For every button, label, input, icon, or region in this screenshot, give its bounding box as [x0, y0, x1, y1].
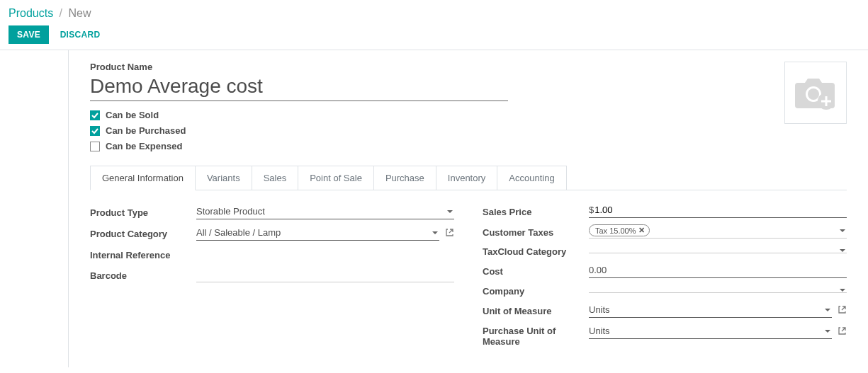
taxcloud-category-select[interactable]	[589, 249, 847, 253]
can-be-expensed-label: Can be Expensed	[106, 141, 182, 151]
form-sheet: Product Name Can be Sold Can be Purchase…	[69, 50, 868, 367]
can-be-purchased-label: Can be Purchased	[106, 125, 186, 136]
left-gutter	[0, 50, 69, 367]
tab-accounting[interactable]: Accounting	[497, 166, 566, 190]
breadcrumb-current: New	[69, 7, 91, 19]
product-category-select[interactable]: All / Saleable / Lamp	[196, 226, 439, 241]
product-category-label: Product Category	[90, 227, 196, 239]
chevron-down-icon	[825, 330, 830, 333]
breadcrumb-separator: /	[60, 7, 62, 19]
chevron-down-icon	[825, 309, 830, 311]
product-image-upload[interactable]	[784, 62, 847, 124]
purchase-uom-select[interactable]: Units	[589, 324, 832, 339]
chevron-down-icon	[840, 249, 845, 252]
tab-inventory[interactable]: Inventory	[436, 166, 497, 190]
tab-general-information[interactable]: General Information	[90, 166, 196, 190]
tab-bar: General Information Variants Sales Point…	[90, 166, 847, 190]
unit-of-measure-select[interactable]: Units	[589, 303, 832, 318]
action-bar: SAVE DISCARD	[9, 25, 859, 50]
remove-tag-icon[interactable]: ✕	[638, 226, 645, 235]
tab-point-of-sale[interactable]: Point of Sale	[298, 166, 374, 190]
chevron-down-icon	[432, 231, 438, 234]
product-type-label: Product Type	[90, 206, 196, 218]
chevron-down-icon	[840, 289, 845, 292]
external-link-icon[interactable]	[838, 326, 847, 338]
can-be-expensed-checkbox[interactable]	[90, 142, 100, 151]
can-be-sold-checkbox[interactable]	[90, 110, 100, 120]
cost-label: Cost	[483, 265, 589, 277]
chevron-down-icon	[840, 229, 845, 232]
barcode-input[interactable]	[196, 268, 454, 282]
chevron-down-icon	[447, 210, 453, 213]
tab-variants[interactable]: Variants	[196, 166, 252, 190]
svg-point-1	[808, 88, 819, 100]
barcode-label: Barcode	[90, 269, 196, 281]
can-be-sold-label: Can be Sold	[106, 110, 159, 120]
company-label: Company	[483, 285, 589, 297]
cost-input[interactable]	[589, 263, 847, 278]
external-link-icon[interactable]	[445, 228, 454, 239]
unit-of-measure-label: Unit of Measure	[483, 304, 589, 316]
external-link-icon[interactable]	[838, 305, 847, 316]
company-select[interactable]	[589, 289, 847, 293]
breadcrumb-root-link[interactable]: Products	[9, 7, 53, 19]
customer-taxes-select[interactable]: Tax 15.00% ✕	[589, 224, 847, 239]
tab-purchase[interactable]: Purchase	[374, 166, 436, 190]
internal-reference-label: Internal Reference	[90, 248, 196, 260]
customer-taxes-label: Customer Taxes	[483, 226, 589, 238]
tax-tag: Tax 15.00% ✕	[589, 224, 650, 236]
discard-button[interactable]: DISCARD	[52, 25, 109, 44]
sales-price-label: Sales Price	[483, 205, 589, 217]
product-type-select[interactable]: Storable Product	[196, 205, 454, 219]
product-name-input[interactable]	[90, 74, 508, 101]
tab-sales[interactable]: Sales	[252, 166, 299, 190]
can-be-purchased-checkbox[interactable]	[90, 126, 100, 136]
breadcrumb: Products / New	[9, 4, 859, 25]
sales-price-input[interactable]: $	[589, 205, 847, 218]
taxcloud-category-label: TaxCloud Category	[483, 245, 589, 257]
save-button[interactable]: SAVE	[9, 25, 49, 44]
internal-reference-input[interactable]	[196, 247, 454, 261]
product-name-label: Product Name	[90, 62, 770, 72]
purchase-uom-label: Purchase Unit of Measure	[483, 324, 589, 347]
camera-plus-icon	[794, 74, 838, 111]
